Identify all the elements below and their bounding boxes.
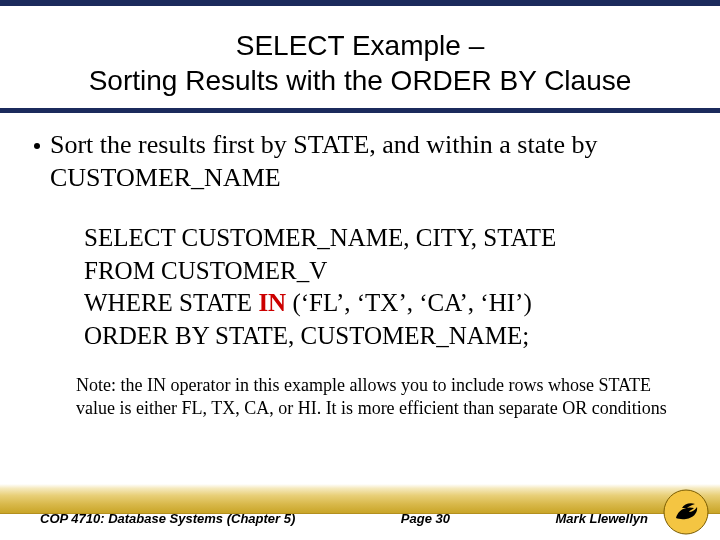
slide-title-block: SELECT Example – Sorting Results with th…: [0, 6, 720, 113]
sql-keyword-in: IN: [258, 289, 286, 316]
slide-body: Sort the results first by STATE, and wit…: [0, 113, 720, 419]
footer-left: COP 4710: Database Systems (Chapter 5): [40, 511, 295, 526]
footer-gradient: [0, 484, 720, 514]
sql-line-3: WHERE STATE IN (‘FL’, ‘TX’, ‘CA’, ‘HI’): [84, 287, 690, 320]
footer: COP 4710: Database Systems (Chapter 5) P…: [0, 484, 720, 540]
bullet-text: Sort the results first by STATE, and wit…: [50, 129, 690, 194]
title-line-1: SELECT Example –: [40, 28, 680, 63]
bullet-item: Sort the results first by STATE, and wit…: [30, 129, 690, 194]
sql-line-2: FROM CUSTOMER_V: [84, 255, 690, 288]
sql-line-1: SELECT CUSTOMER_NAME, CITY, STATE: [84, 222, 690, 255]
sql-line-4: ORDER BY STATE, CUSTOMER_NAME;: [84, 320, 690, 353]
footer-bar: COP 4710: Database Systems (Chapter 5) P…: [0, 511, 720, 526]
sql-code-block: SELECT CUSTOMER_NAME, CITY, STATE FROM C…: [30, 222, 690, 352]
ucf-logo: [662, 488, 710, 536]
slide-note: Note: the IN operator in this example al…: [30, 374, 690, 419]
sql-line-3-post: (‘FL’, ‘TX’, ‘CA’, ‘HI’): [286, 289, 532, 316]
footer-right: Mark Llewellyn: [556, 511, 648, 526]
bullet-dot-icon: [34, 143, 40, 149]
slide: SELECT Example – Sorting Results with th…: [0, 0, 720, 540]
pegasus-seal-icon: [662, 488, 710, 536]
sql-line-3-pre: WHERE STATE: [84, 289, 258, 316]
title-line-2: Sorting Results with the ORDER BY Clause: [40, 63, 680, 98]
footer-center: Page 30: [401, 511, 450, 526]
